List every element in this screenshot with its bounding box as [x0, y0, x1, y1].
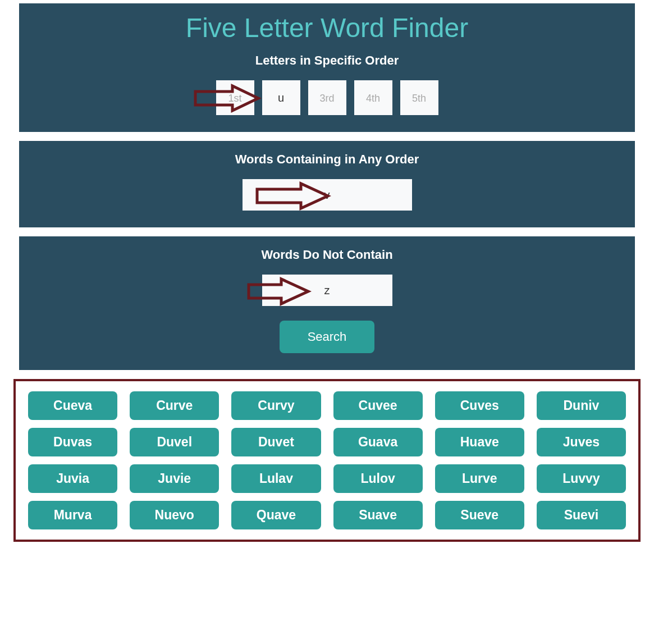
result-item[interactable]: Curvy [231, 391, 321, 420]
result-item[interactable]: Juvia [28, 464, 117, 493]
result-item[interactable]: Suevi [537, 501, 626, 529]
results-box: CuevaCurveCurvyCuveeCuvesDunivDuvasDuvel… [13, 379, 641, 542]
result-item[interactable]: Luvvy [537, 464, 626, 493]
result-item[interactable]: Quave [231, 501, 321, 529]
heading-not-contain: Words Do Not Contain [19, 248, 635, 262]
heading-any-order: Words Containing in Any Order [19, 152, 635, 167]
letter-input-2[interactable] [262, 80, 300, 115]
not-contain-input[interactable] [262, 275, 392, 306]
result-item[interactable]: Juves [537, 428, 626, 456]
result-item[interactable]: Cuvee [333, 391, 423, 420]
heading-specific-order: Letters in Specific Order [19, 53, 635, 68]
letter-input-5[interactable] [400, 80, 438, 115]
result-item[interactable]: Curve [130, 391, 219, 420]
letter-input-1[interactable] [216, 80, 254, 115]
result-item[interactable]: Duvet [231, 428, 321, 456]
result-item[interactable]: Murva [28, 501, 117, 529]
any-order-input[interactable] [243, 179, 412, 211]
result-item[interactable]: Sueve [435, 501, 524, 529]
letter-inputs-row [19, 80, 635, 115]
result-item[interactable]: Suave [333, 501, 423, 529]
search-button[interactable]: Search [280, 321, 375, 353]
any-order-input-wrap [19, 179, 635, 211]
result-item[interactable]: Lulov [333, 464, 423, 493]
not-contain-input-wrap [19, 275, 635, 306]
result-item[interactable]: Nuevo [130, 501, 219, 529]
result-item[interactable]: Lulav [231, 464, 321, 493]
panel-specific-order: Five Letter Word Finder Letters in Speci… [19, 3, 635, 132]
result-item[interactable]: Duniv [537, 391, 626, 420]
page-title: Five Letter Word Finder [19, 12, 635, 43]
result-item[interactable]: Cueva [28, 391, 117, 420]
letter-input-3[interactable] [308, 80, 346, 115]
result-item[interactable]: Juvie [130, 464, 219, 493]
result-item[interactable]: Guava [333, 428, 423, 456]
result-item[interactable]: Lurve [435, 464, 524, 493]
result-item[interactable]: Duvas [28, 428, 117, 456]
letter-input-4[interactable] [354, 80, 392, 115]
panel-not-contain: Words Do Not Contain Search [19, 236, 635, 370]
panel-any-order: Words Containing in Any Order [19, 141, 635, 227]
results-grid: CuevaCurveCurvyCuveeCuvesDunivDuvasDuvel… [28, 391, 626, 529]
result-item[interactable]: Huave [435, 428, 524, 456]
result-item[interactable]: Duvel [130, 428, 219, 456]
result-item[interactable]: Cuves [435, 391, 524, 420]
